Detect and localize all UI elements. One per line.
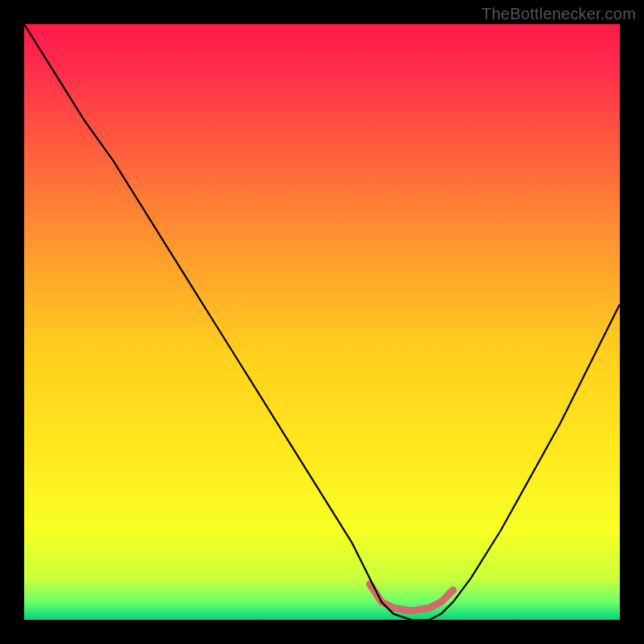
gradient-background [24,24,620,620]
chart-svg [24,24,620,620]
chart-container: TheBottlenecker.com [0,0,644,644]
plot-area [24,24,620,620]
attribution-label: TheBottlenecker.com [481,5,636,23]
